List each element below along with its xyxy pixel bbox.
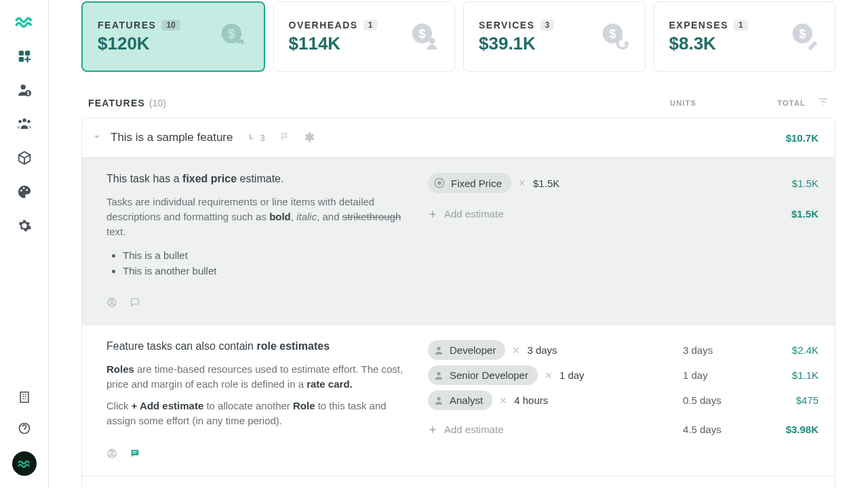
summary-cards: FEATURES 10 $120K $ OVERHEADS 1 $114K $ — [81, 1, 835, 72]
feature-header[interactable]: This is a sample feature 3 ✱ $10.7K — [82, 118, 835, 158]
flag-icon[interactable] — [280, 132, 290, 144]
subtask-count: 3 — [248, 133, 264, 143]
estimate-chip[interactable]: Developer — [428, 340, 505, 360]
assignee-icon[interactable] — [106, 297, 117, 310]
nav-help-icon[interactable] — [16, 420, 33, 436]
sidebar: $ — [0, 0, 49, 488]
dollar-refresh-icon: $ — [600, 21, 630, 53]
task-units-total: 4.5 days — [683, 424, 771, 435]
price-icon — [433, 177, 446, 189]
multiply-icon: ✕ — [499, 395, 507, 406]
task-total: $1.5K — [771, 208, 818, 220]
nav-palette-icon[interactable] — [16, 184, 33, 200]
multiply-icon: ✕ — [518, 178, 526, 188]
person-icon — [433, 370, 444, 381]
nav-dashboard-icon[interactable] — [16, 48, 33, 64]
section-header: FEATURES (10) UNITS TOTAL — [81, 96, 835, 117]
feature-total: $10.7K — [786, 132, 818, 144]
nav-team-icon[interactable] — [16, 116, 33, 132]
svg-point-11 — [26, 189, 28, 191]
estimate-chip[interactable]: Analyst — [428, 390, 492, 410]
card-amount: $39.1K — [479, 33, 554, 54]
feature-title: This is a sample feature — [111, 131, 233, 144]
task-row: Feature tasks can also contain role esti… — [82, 325, 835, 476]
section-count: (10) — [149, 98, 166, 108]
svg-point-6 — [22, 119, 26, 123]
person-icon — [433, 345, 444, 356]
task-body: Click + Add estimate to allocate another… — [106, 399, 412, 428]
filter-icon[interactable] — [818, 96, 829, 109]
card-expenses[interactable]: EXPENSES 1 $8.3K $ — [654, 1, 836, 72]
comment-icon[interactable] — [130, 448, 140, 461]
svg-point-28 — [111, 451, 113, 453]
svg-rect-1 — [24, 51, 29, 56]
task-title: This task has a fixed price estimate. — [106, 173, 412, 185]
card-count-badge: 1 — [734, 20, 748, 30]
multiply-icon: ✕ — [545, 370, 553, 381]
svg-text:$: $ — [228, 26, 235, 40]
svg-point-9 — [20, 190, 22, 192]
svg-text:$: $ — [418, 26, 425, 40]
svg-rect-2 — [18, 57, 23, 62]
task-body: Tasks are individual requirements or lin… — [106, 195, 412, 239]
svg-point-7 — [18, 120, 22, 123]
card-services[interactable]: SERVICES 3 $39.1K $ — [463, 1, 646, 72]
estimate-value[interactable]: 1 day — [559, 369, 585, 381]
main-content: FEATURES 10 $120K $ OVERHEADS 1 $114K $ — [49, 0, 868, 488]
card-count-badge: 10 — [161, 20, 180, 30]
card-count-badge: 3 — [540, 20, 555, 30]
nav-package-icon[interactable] — [16, 150, 33, 166]
feature-list: This is a sample feature 3 ✱ $10.7K This… — [81, 117, 835, 488]
svg-point-8 — [27, 120, 31, 123]
person-icon — [433, 395, 444, 406]
svg-point-29 — [437, 346, 440, 350]
estimate-value[interactable]: 4 hours — [514, 394, 548, 406]
svg-rect-12 — [20, 392, 28, 403]
caret-down-icon[interactable] — [93, 132, 101, 143]
svg-point-3 — [20, 85, 25, 89]
task-total: $3.98K — [771, 424, 818, 435]
nav-people-cost-icon[interactable]: $ — [16, 82, 33, 98]
nav-building-icon[interactable] — [16, 389, 33, 405]
add-estimate-button[interactable]: Add estimate — [428, 420, 504, 439]
task-body: Roles are time-based resources used to e… — [106, 362, 412, 392]
svg-point-10 — [22, 187, 24, 189]
estimate-chip[interactable]: Fixed Price — [428, 173, 511, 193]
assignee-icon[interactable] — [106, 448, 117, 461]
svg-rect-0 — [18, 51, 23, 56]
svg-text:$: $ — [26, 91, 29, 96]
card-title: EXPENSES — [669, 20, 728, 30]
estimate-value[interactable]: $1.5K — [533, 178, 559, 189]
card-amount: $8.3K — [669, 33, 748, 54]
card-features[interactable]: FEATURES 10 $120K $ — [81, 1, 265, 72]
svg-point-18 — [429, 37, 435, 43]
card-amount: $120K — [98, 33, 180, 54]
nav-settings-icon[interactable] — [16, 218, 33, 234]
estimate-value[interactable]: 3 days — [527, 344, 557, 356]
task-title: Feature tasks can also contain role esti… — [106, 340, 412, 352]
comment-icon[interactable] — [130, 297, 140, 310]
row-total: $475 — [771, 394, 818, 406]
dollar-person-icon: $ — [410, 21, 439, 53]
add-estimate-button[interactable]: Add estimate — [428, 204, 504, 224]
multiply-icon: ✕ — [512, 345, 520, 356]
row-total: $2.4K — [771, 344, 818, 356]
task-row: Multiple roles can be estimated as a sin… — [82, 476, 835, 488]
bullet-item: This is a bullet — [123, 249, 412, 261]
card-title: SERVICES — [479, 20, 535, 30]
user-avatar[interactable] — [12, 451, 37, 476]
row-units: 0.5 days — [683, 394, 771, 406]
dollar-edit-icon: $ — [790, 21, 820, 53]
card-title: FEATURES — [98, 20, 156, 30]
required-icon[interactable]: ✱ — [304, 130, 315, 145]
col-units: UNITS — [670, 99, 758, 107]
row-units: 1 day — [683, 369, 771, 381]
svg-text:$: $ — [609, 26, 616, 40]
row-units: 3 days — [683, 344, 771, 356]
estimate-chip[interactable]: Senior Developer — [428, 365, 538, 385]
svg-point-24 — [111, 300, 113, 302]
app-logo[interactable] — [15, 12, 34, 33]
card-title: OVERHEADS — [289, 20, 358, 30]
card-overheads[interactable]: OVERHEADS 1 $114K $ — [273, 1, 456, 72]
svg-point-31 — [437, 396, 440, 400]
